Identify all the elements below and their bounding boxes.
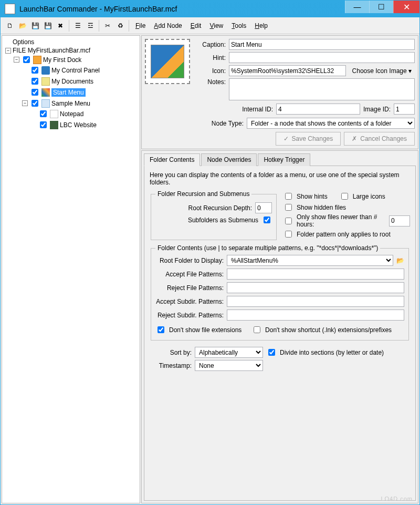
accept-subdir-label: Accept Subdir. Patterns: bbox=[155, 298, 224, 305]
start-menu-icon bbox=[41, 88, 50, 97]
large-icons-checkbox[interactable] bbox=[341, 193, 348, 200]
tab-hotkey-trigger[interactable]: Hotkey Trigger bbox=[258, 153, 310, 166]
tree-checkbox[interactable] bbox=[40, 121, 47, 128]
notepad-icon bbox=[50, 110, 58, 118]
new-icon[interactable]: 🗋 bbox=[5, 20, 15, 31]
timestamp-select[interactable]: None bbox=[195, 360, 263, 371]
tree-item-selected[interactable]: Start Menu bbox=[51, 88, 86, 97]
cancel-changes-button[interactable]: ✗ Cancel Changes bbox=[344, 132, 415, 146]
reject-files-input[interactable] bbox=[227, 282, 404, 293]
maximize-button[interactable]: ☐ bbox=[369, 1, 393, 13]
reject-subdir-input[interactable] bbox=[227, 310, 404, 321]
list-icon[interactable]: ☲ bbox=[85, 20, 96, 31]
choose-icon-button[interactable]: Choose Icon Image ▾ bbox=[349, 66, 415, 76]
tab-folder-contents[interactable]: Folder Contents bbox=[144, 153, 200, 166]
icon-input[interactable] bbox=[229, 65, 346, 76]
dock-icon bbox=[33, 56, 41, 64]
tree-icon[interactable]: ☰ bbox=[72, 20, 83, 31]
tree-checkbox[interactable] bbox=[23, 56, 30, 63]
open-icon[interactable]: 📂 bbox=[17, 20, 28, 31]
internal-id-label: Internal ID: bbox=[242, 106, 273, 113]
menu-edit[interactable]: Edit bbox=[187, 21, 205, 30]
sort-select[interactable]: Alphabetically bbox=[195, 347, 263, 358]
tree-item[interactable]: Sample Menu bbox=[51, 100, 90, 107]
tab-node-overrides[interactable]: Node Overrides bbox=[201, 153, 257, 166]
expander-icon[interactable]: − bbox=[14, 57, 19, 63]
control-panel-icon bbox=[41, 66, 50, 75]
show-hidden-checkbox[interactable] bbox=[285, 204, 292, 211]
folder-help-text: Here you can display the contents of a f… bbox=[150, 171, 410, 186]
browse-folder-icon[interactable]: 📂 bbox=[396, 257, 404, 264]
window-title: LaunchBar Commander - MyFirstLaunchBar.m… bbox=[19, 5, 345, 13]
divide-checkbox[interactable] bbox=[268, 349, 275, 356]
menu-add-node[interactable]: Add Node bbox=[151, 21, 185, 30]
no-lnk-checkbox[interactable] bbox=[254, 326, 260, 333]
icon-label: Icon: bbox=[194, 67, 226, 75]
save-changes-button[interactable]: ✓ Save Changes bbox=[276, 132, 341, 146]
cut-icon[interactable]: ✂ bbox=[102, 20, 113, 31]
menu-view[interactable]: View bbox=[206, 21, 226, 30]
tabs-panel: Folder Contents Node Overrides Hotkey Tr… bbox=[141, 150, 418, 503]
tree-checkbox[interactable] bbox=[40, 110, 47, 117]
properties-panel: Caption: Hint: Icon: Choose Icon Image ▾… bbox=[141, 35, 418, 149]
pattern-root-checkbox[interactable] bbox=[285, 231, 292, 238]
root-folder-select[interactable]: %AllStartMenu% bbox=[227, 255, 393, 266]
node-type-label: Node Type: bbox=[212, 120, 244, 127]
reject-subdir-label: Reject Subdir. Patterns: bbox=[155, 312, 224, 319]
timestamp-label: Timestamp: bbox=[150, 362, 192, 369]
tree-panel: Options −FILE MyFirstLaunchBar.mcf −My F… bbox=[2, 35, 140, 503]
sort-label: Sort by: bbox=[150, 349, 192, 356]
tree-dock[interactable]: My First Dock bbox=[43, 56, 81, 64]
only-newer-input[interactable] bbox=[389, 215, 410, 226]
root-folder-label: Root Folder to Display: bbox=[155, 257, 224, 264]
subfolders-checkbox[interactable] bbox=[264, 217, 270, 223]
watermark: LO4D.com bbox=[381, 496, 413, 502]
hint-label: Hint: bbox=[194, 54, 226, 61]
tree-file[interactable]: FILE MyFirstLaunchBar.mcf bbox=[13, 47, 90, 54]
internal-id-input[interactable] bbox=[276, 104, 360, 115]
image-id-input[interactable] bbox=[394, 104, 415, 115]
save-all-icon[interactable]: 💾 bbox=[43, 20, 53, 31]
tree-options[interactable]: Options bbox=[13, 38, 34, 46]
save-icon[interactable]: 💾 bbox=[30, 20, 40, 31]
notes-label: Notes: bbox=[194, 78, 226, 86]
expander-icon[interactable]: − bbox=[22, 100, 28, 106]
notes-input[interactable] bbox=[229, 78, 415, 100]
close-button[interactable]: ✕ bbox=[393, 1, 419, 13]
no-ext-checkbox[interactable] bbox=[158, 326, 164, 333]
caption-input[interactable] bbox=[229, 39, 415, 50]
reject-files-label: Reject File Patterns: bbox=[155, 284, 224, 292]
root-depth-input[interactable] bbox=[255, 202, 272, 213]
folder-contents-legend: Folder Contents (use | to separate multi… bbox=[155, 244, 380, 252]
tree-item[interactable]: Notepad bbox=[60, 110, 83, 118]
refresh-icon[interactable]: ♻ bbox=[115, 20, 125, 31]
documents-icon bbox=[41, 77, 50, 86]
tree-item[interactable]: My Documents bbox=[51, 78, 93, 85]
accept-subdir-input[interactable] bbox=[227, 296, 404, 307]
tree-item[interactable]: My Control Panel bbox=[51, 67, 100, 74]
subfolders-label: Subfolders as Submenus bbox=[155, 217, 258, 224]
minimize-button[interactable]: — bbox=[345, 1, 369, 13]
delete-icon[interactable]: ✖ bbox=[55, 20, 66, 31]
node-type-select[interactable]: Folder - a node that shows the contents … bbox=[247, 118, 415, 129]
menu-file[interactable]: File bbox=[132, 21, 149, 30]
expander-icon[interactable]: − bbox=[5, 48, 11, 54]
accept-files-input[interactable] bbox=[227, 269, 404, 280]
show-hints-checkbox[interactable] bbox=[285, 193, 292, 200]
tree-item[interactable]: LBC Website bbox=[60, 121, 97, 129]
accept-files-label: Accept File Patterns: bbox=[155, 271, 224, 278]
root-depth-label: Root Recursion Depth: bbox=[155, 204, 252, 212]
tree-checkbox[interactable] bbox=[32, 100, 38, 107]
menu-tools[interactable]: Tools bbox=[228, 21, 249, 30]
toolbar: 🗋 📂 💾 💾 ✖ ☰ ☲ ✂ ♻ File Add Node Edit Vie… bbox=[1, 17, 419, 34]
hint-input[interactable] bbox=[229, 52, 415, 63]
tree-checkbox[interactable] bbox=[32, 89, 38, 96]
only-newer-checkbox[interactable] bbox=[285, 218, 292, 224]
tree-checkbox[interactable] bbox=[32, 78, 38, 85]
app-icon bbox=[5, 4, 15, 14]
image-id-label: Image ID: bbox=[363, 106, 391, 113]
app-window: LaunchBar Commander - MyFirstLaunchBar.m… bbox=[0, 0, 420, 505]
icon-preview[interactable] bbox=[145, 39, 190, 84]
tree-checkbox[interactable] bbox=[32, 67, 38, 74]
menu-help[interactable]: Help bbox=[251, 21, 271, 30]
